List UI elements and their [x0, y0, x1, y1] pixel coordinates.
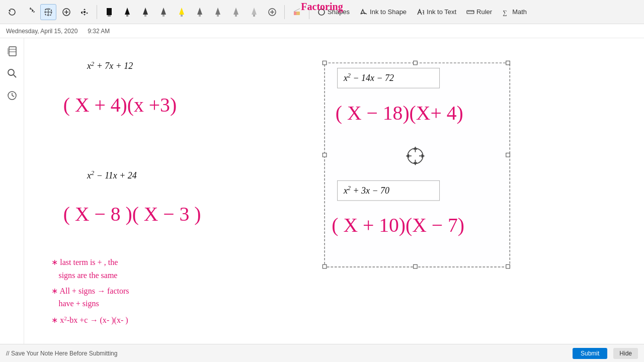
page-title: Factoring [301, 1, 343, 13]
submit-button[interactable]: Submit [573, 348, 607, 359]
selection-handle-tl[interactable] [323, 61, 327, 65]
selection-handle-tm[interactable] [414, 61, 418, 65]
svg-rect-13 [163, 15, 165, 17]
pen-triangle-3[interactable] [155, 4, 172, 20]
svg-rect-9 [126, 15, 128, 17]
pen-square-black[interactable] [101, 4, 117, 20]
search-icon[interactable] [3, 64, 21, 82]
math-label: Math [512, 8, 527, 16]
svg-marker-14 [179, 8, 184, 15]
svg-marker-12 [161, 8, 166, 15]
pen-triangle-5[interactable] [210, 4, 226, 20]
eq2-factors: ( X − 8 )( X − 3 ) [63, 203, 201, 225]
svg-text:∑: ∑ [503, 9, 507, 16]
pen-triangle-2[interactable] [137, 4, 153, 20]
left-sidebar [0, 38, 24, 362]
datebar: Wednesday, April 15, 2020 9:32 AM Factor… [0, 24, 644, 38]
svg-line-43 [14, 75, 16, 77]
redo-button[interactable] [22, 4, 38, 20]
eq1-typed: x2 + 7x + 12 [87, 60, 133, 71]
select-button[interactable] [40, 4, 56, 20]
svg-point-42 [8, 69, 14, 75]
selection-handle-ml[interactable] [323, 153, 327, 157]
eq2-typed: x2 − 11x + 24 [87, 169, 137, 180]
pen-triangle-7[interactable] [246, 4, 262, 20]
selection-handle-bl[interactable] [323, 264, 327, 268]
svg-marker-18 [215, 8, 220, 15]
ruler-button[interactable]: Ruler [462, 6, 496, 18]
undo-button[interactable] [4, 4, 20, 20]
svg-line-46 [12, 96, 14, 97]
svg-rect-19 [217, 15, 219, 17]
main-canvas[interactable]: x2 + 7x + 12 ( X + 4)(x +3) x2 − 11x + 2… [24, 38, 644, 344]
note3: ∗ x2-bx +c → (x- )(x- ) [51, 315, 128, 325]
status-text: // Save Your Note Here Before Submitting [6, 350, 567, 357]
svg-rect-38 [9, 47, 16, 56]
ruler-label: Ruler [476, 8, 492, 16]
svg-rect-7 [108, 15, 111, 17]
selection-handle-tr[interactable] [506, 61, 510, 65]
svg-rect-28 [294, 12, 296, 15]
svg-rect-41 [8, 48, 9, 54]
pen-highlighter-yellow[interactable] [174, 4, 190, 20]
note1-line2: signs are the same [58, 271, 117, 280]
pen-triangle-1[interactable] [119, 4, 135, 20]
add-pen-button[interactable] [264, 4, 280, 20]
selection-handle-br[interactable] [506, 264, 510, 268]
separator-2 [284, 5, 285, 19]
svg-rect-17 [199, 15, 201, 17]
hide-button[interactable]: Hide [613, 348, 638, 359]
ink-to-shape-label: Ink to Shape [370, 8, 407, 16]
svg-marker-10 [143, 8, 148, 15]
time-text: 9:32 AM [88, 28, 110, 35]
note1-line1: ∗ last term is + , the [51, 258, 118, 266]
svg-line-29 [294, 9, 300, 12]
selection-handle-mr[interactable] [506, 153, 510, 157]
move-button[interactable] [76, 4, 93, 20]
eq3-factors: ( X − 18)(X+ 4) [336, 102, 463, 124]
statusbar: // Save Your Note Here Before Submitting… [0, 344, 644, 362]
svg-marker-20 [233, 8, 238, 15]
pen-triangle-4[interactable] [192, 4, 208, 20]
svg-rect-21 [235, 15, 237, 17]
note2-line2: have + signs [58, 299, 99, 308]
svg-rect-23 [253, 15, 255, 17]
svg-rect-11 [144, 15, 146, 17]
svg-rect-6 [107, 8, 112, 15]
math-button[interactable]: ∑ Math [498, 6, 531, 18]
ink-to-text-button[interactable]: Ink to Text [413, 6, 460, 18]
separator-1 [97, 5, 97, 19]
eq4-factors: ( X + 10)(X − 7) [332, 214, 464, 236]
date-text: Wednesday, April 15, 2020 [6, 28, 77, 35]
svg-marker-16 [197, 8, 202, 15]
svg-rect-15 [181, 15, 183, 17]
svg-marker-22 [252, 8, 257, 15]
eq3-typed: x2 − 14x − 72 [343, 72, 394, 83]
pen-triangle-6[interactable] [228, 4, 244, 20]
note2-line1: ∗ All + signs → factors [51, 287, 129, 296]
ink-to-text-label: Ink to Text [427, 8, 456, 16]
ink-to-shape-button[interactable]: Ink to Shape [356, 6, 411, 18]
notebook-icon[interactable] [3, 42, 21, 60]
recent-icon[interactable] [3, 86, 21, 105]
selection-handle-bm[interactable] [414, 264, 418, 268]
eq1-factors: ( X + 4)(x +3) [63, 94, 177, 116]
insert-button[interactable] [58, 4, 74, 20]
svg-marker-8 [125, 8, 130, 15]
